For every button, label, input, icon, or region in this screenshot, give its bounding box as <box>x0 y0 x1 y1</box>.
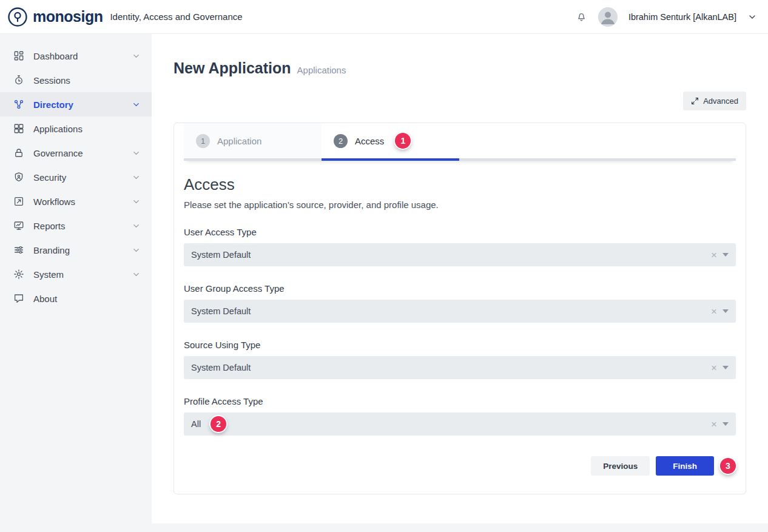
chevron-down-icon[interactable] <box>132 270 141 279</box>
advanced-button-label: Advanced <box>703 96 738 106</box>
dashboard-icon <box>13 50 25 61</box>
field-profile-access-type: Profile Access Type All 2 × <box>184 396 736 436</box>
annotation-badge-2: 2 <box>211 416 226 432</box>
clear-icon[interactable]: × <box>711 306 717 317</box>
select-value: System Default <box>191 306 251 316</box>
sidebar-item-label: About <box>33 294 57 304</box>
dropdown-caret-icon[interactable] <box>723 309 729 313</box>
tab-step-access[interactable]: 2 Access 1 <box>322 123 459 158</box>
about-chat-icon <box>13 293 25 304</box>
sidebar-item-directory[interactable]: Directory <box>0 92 152 116</box>
advanced-button[interactable]: Advanced <box>683 92 746 110</box>
sidebar-item-branding[interactable]: Branding <box>0 238 152 262</box>
page-subtitle: Applications <box>297 65 346 75</box>
sidebar-item-label: Dashboard <box>33 51 78 61</box>
sidebar-item-about[interactable]: About <box>0 286 152 311</box>
app-tagline: Identity, Access and Governance <box>110 12 242 22</box>
sidebar: Dashboard Sessions Directory <box>0 34 152 532</box>
field-user-access-type: User Access Type System Default × <box>184 227 736 266</box>
field-source-using-type: Source Using Type System Default × <box>184 340 736 379</box>
new-application-wizard-card: 1 Application 2 Access 1 Access Please s… <box>173 123 746 494</box>
section-heading: Access <box>184 175 736 194</box>
clear-icon[interactable]: × <box>711 363 717 373</box>
sidebar-item-system[interactable]: System <box>0 262 152 286</box>
sidebar-item-label: Applications <box>33 124 83 134</box>
page-header: New Application Applications <box>173 59 746 77</box>
page-title: New Application <box>173 59 291 77</box>
annotation-badge-3: 3 <box>720 458 736 474</box>
wizard-steps: 1 Application 2 Access 1 <box>184 123 736 161</box>
field-user-group-access-type: User Group Access Type System Default × <box>184 283 736 323</box>
field-label: User Group Access Type <box>184 283 736 294</box>
branding-sliders-icon <box>13 244 25 255</box>
step-number-badge: 2 <box>334 134 348 148</box>
section-description: Please set the application's source, pro… <box>184 200 736 210</box>
select-value: System Default <box>191 250 251 260</box>
sidebar-item-applications[interactable]: Applications <box>0 116 152 141</box>
chevron-down-icon[interactable] <box>132 149 141 158</box>
applications-icon <box>13 123 25 134</box>
sidebar-item-label: System <box>33 269 64 280</box>
sidebar-item-label: Reports <box>33 221 66 231</box>
sessions-icon <box>13 75 25 86</box>
annotation-badge-1: 1 <box>395 133 411 149</box>
brand-name: monosign <box>33 8 103 25</box>
chevron-down-icon[interactable] <box>132 52 141 61</box>
dropdown-caret-icon[interactable] <box>723 366 729 369</box>
chevron-down-icon[interactable] <box>132 173 141 182</box>
sidebar-item-label: Sessions <box>33 75 70 86</box>
user-menu-chevron-down-icon[interactable] <box>747 12 757 22</box>
tab-label: Access <box>355 136 384 146</box>
chevron-down-icon[interactable] <box>132 100 141 109</box>
finish-button[interactable]: Finish <box>656 456 714 476</box>
sidebar-item-label: Security <box>33 172 66 183</box>
field-label: User Access Type <box>184 227 736 237</box>
sidebar-item-label: Governance <box>33 148 83 158</box>
field-label: Source Using Type <box>184 340 736 350</box>
wizard-actions: Previous Finish 3 <box>184 456 736 476</box>
previous-button[interactable]: Previous <box>591 456 650 476</box>
step-number-badge: 1 <box>196 134 210 148</box>
governance-lock-icon <box>13 147 25 158</box>
user-access-type-select[interactable]: System Default × <box>184 243 736 266</box>
clear-icon[interactable]: × <box>711 419 717 429</box>
field-label: Profile Access Type <box>184 396 736 406</box>
source-using-type-select[interactable]: System Default × <box>184 356 736 379</box>
security-shield-icon <box>13 172 25 183</box>
chevron-down-icon[interactable] <box>132 246 141 255</box>
top-bar: monosign Identity, Access and Governance… <box>0 0 768 34</box>
user-avatar[interactable] <box>598 7 618 27</box>
notifications-bell-icon[interactable] <box>576 11 587 22</box>
directory-icon <box>13 99 25 110</box>
workflows-icon <box>13 196 25 207</box>
page-bottom-strip <box>152 524 768 532</box>
tab-step-application[interactable]: 1 Application <box>184 123 322 158</box>
tab-label: Application <box>217 136 261 146</box>
clear-icon[interactable]: × <box>711 250 717 260</box>
main-content: New Application Applications Advanced 1 <box>152 34 768 532</box>
sidebar-item-sessions[interactable]: Sessions <box>0 68 152 92</box>
sidebar-item-governance[interactable]: Governance <box>0 141 152 165</box>
sidebar-item-label: Directory <box>33 99 73 110</box>
select-value: System Default <box>191 363 251 372</box>
reports-icon <box>13 220 25 231</box>
sidebar-item-label: Workflows <box>33 197 75 207</box>
user-name[interactable]: Ibrahim Senturk [AlkanLAB] <box>628 12 736 22</box>
chevron-down-icon[interactable] <box>132 221 141 231</box>
chevron-down-icon[interactable] <box>132 197 141 206</box>
sidebar-item-workflows[interactable]: Workflows <box>0 189 152 214</box>
user-group-access-type-select[interactable]: System Default × <box>184 300 736 323</box>
dropdown-caret-icon[interactable] <box>723 422 729 426</box>
sidebar-item-dashboard[interactable]: Dashboard <box>0 44 152 68</box>
sidebar-item-reports[interactable]: Reports <box>0 214 152 238</box>
brand-logo[interactable]: monosign <box>7 7 103 27</box>
select-value: All <box>191 419 201 429</box>
expand-icon <box>691 97 699 105</box>
sidebar-item-security[interactable]: Security <box>0 165 152 189</box>
system-gear-icon <box>13 269 25 280</box>
dropdown-caret-icon[interactable] <box>723 253 729 257</box>
monosign-logo-icon <box>7 7 28 27</box>
profile-access-type-select[interactable]: All 2 × <box>184 412 736 436</box>
sidebar-item-label: Branding <box>33 245 70 255</box>
